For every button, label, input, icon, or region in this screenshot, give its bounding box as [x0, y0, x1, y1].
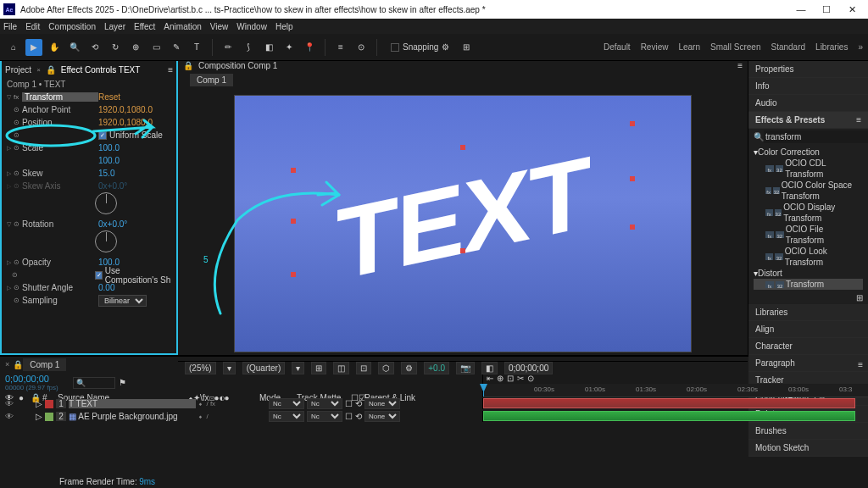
workspace-review[interactable]: Review	[641, 42, 669, 52]
close-button[interactable]: ✕	[839, 4, 865, 15]
orbit-tool[interactable]: ⟲	[86, 39, 103, 56]
snapping-toggle[interactable]: Snapping ⚙	[391, 42, 449, 52]
brush-tool[interactable]: ✏	[220, 39, 236, 56]
channel-icon[interactable]: ⬡	[378, 362, 394, 374]
layer-row[interactable]: 👁 ▷ 2 ▦ AE Purple Background.jpg ⬥ / Nc …	[0, 410, 868, 423]
motionsketch-panel-tab[interactable]: Motion Sketch	[748, 440, 868, 457]
rotation-dial[interactable]	[95, 230, 117, 252]
brushes-panel-tab[interactable]: Brushes	[748, 423, 868, 440]
puppet-tool[interactable]: 📍	[301, 39, 318, 56]
type-tool[interactable]: T	[188, 39, 205, 56]
project-tab[interactable]: Project	[5, 65, 31, 75]
anchor-point-value[interactable]: 1920.0,1080.0	[98, 105, 153, 114]
tree-category[interactable]: ▾Distort	[754, 268, 863, 279]
guides-icon[interactable]: ⊡	[356, 362, 371, 374]
track-matte-select[interactable]: Nc	[307, 398, 342, 409]
tl-icon[interactable]: ⊕	[497, 374, 504, 382]
libraries-panel-tab[interactable]: Libraries	[748, 304, 868, 321]
tree-item[interactable]: fx32OCIO Look Transform	[754, 246, 863, 268]
menu-composition[interactable]: Composition	[48, 22, 96, 31]
timeline-search-input[interactable]	[73, 377, 115, 389]
handle-icon[interactable]	[460, 145, 465, 150]
menu-file[interactable]: File	[3, 22, 17, 31]
effects-presets-header[interactable]: Effects & Presets≡	[748, 112, 868, 129]
clone-tool[interactable]: ⟆	[240, 39, 257, 56]
align-icon[interactable]: ≡	[332, 39, 349, 56]
handle-icon[interactable]	[291, 168, 296, 173]
workspace-more[interactable]: »	[858, 42, 863, 52]
zoom-tool[interactable]: 🔍	[66, 39, 83, 56]
comp-panel-tab[interactable]: Composition Comp 1	[198, 61, 277, 70]
tree-item[interactable]: fx32OCIO Display Transform	[754, 202, 863, 224]
tree-item[interactable]: fx32OCIO File Transform	[754, 224, 863, 246]
handle-icon[interactable]	[630, 225, 635, 230]
parent-select[interactable]: None	[364, 398, 400, 409]
composition-viewer[interactable]: TEXT	[234, 95, 692, 352]
rect-tool[interactable]: ▭	[147, 39, 164, 56]
project-tab-close-icon[interactable]: ×	[36, 66, 41, 74]
roto-tool[interactable]: ✦	[281, 39, 298, 56]
workspace-learn[interactable]: Learn	[678, 42, 700, 52]
mask-icon[interactable]: ◫	[333, 362, 349, 374]
parent-select[interactable]: None	[364, 411, 400, 422]
menu-window[interactable]: Window	[236, 22, 267, 31]
blend-mode-select[interactable]: Nc	[269, 411, 304, 422]
sampling-select[interactable]: Bilinear	[98, 295, 147, 307]
lock-icon[interactable]: 🔒	[46, 65, 56, 75]
home-icon[interactable]: ⌂	[5, 39, 22, 56]
scale-value[interactable]: 100.0	[98, 143, 120, 152]
shutter-angle-value[interactable]: 0.00	[98, 283, 114, 292]
zoom-select[interactable]: (25%)	[185, 362, 216, 374]
effect-name[interactable]: Transform	[22, 92, 98, 102]
tl-icon[interactable]: ⇤	[487, 374, 493, 382]
tl-icon[interactable]: ✂	[517, 374, 524, 382]
menu-layer[interactable]: Layer	[104, 22, 125, 31]
align-panel-tab[interactable]: Align	[748, 321, 868, 338]
snapshot-icon[interactable]: 📷	[456, 362, 475, 374]
skew-axis-dial[interactable]	[95, 192, 117, 214]
skew-value[interactable]: 15.0	[98, 169, 114, 178]
menu-view[interactable]: View	[210, 22, 229, 31]
selection-tool[interactable]: ▶	[25, 39, 42, 56]
track-matte-select[interactable]: Nc	[307, 411, 342, 422]
anchor-icon[interactable]: ⊙	[353, 39, 370, 56]
tl-icon[interactable]: ⊙	[527, 374, 534, 382]
tree-item[interactable]: fx32OCIO CDL Transform	[754, 158, 863, 180]
workspace-libraries[interactable]: Libraries	[815, 42, 848, 52]
tree-item-transform[interactable]: fx32Transform	[754, 279, 863, 290]
timeline-timecode[interactable]: 0;00;00;00	[5, 374, 63, 384]
uniform-scale-checkbox[interactable]: ✓	[98, 131, 107, 140]
playhead[interactable]	[483, 384, 484, 396]
lock-icon[interactable]: 🔒	[13, 360, 23, 369]
lock-icon[interactable]: 🔒	[183, 61, 193, 70]
info-panel-tab[interactable]: Info	[748, 78, 868, 95]
layer-color-swatch[interactable]	[45, 413, 53, 421]
reset-link[interactable]: Reset	[98, 92, 120, 102]
handle-icon[interactable]	[630, 176, 635, 181]
rotate-tool[interactable]: ↻	[107, 39, 124, 56]
use-comp-shutter-checkbox[interactable]: ✓	[95, 271, 102, 280]
layer-color-swatch[interactable]	[45, 400, 53, 408]
layer-name[interactable]: ▦ AE Purple Background.jpg	[69, 412, 196, 421]
layer-bar[interactable]	[483, 398, 855, 408]
workspace-default[interactable]: Default	[604, 42, 631, 52]
minimize-button[interactable]: —	[788, 4, 814, 14]
new-bin-icon[interactable]: ⊞	[856, 293, 863, 302]
layer-bar[interactable]	[483, 411, 855, 421]
character-panel-tab[interactable]: Character	[748, 338, 868, 355]
grid-icon[interactable]: ⊞	[311, 362, 326, 374]
properties-panel-tab[interactable]: Properties	[748, 61, 868, 78]
timeline-tab-close-icon[interactable]: ×	[5, 360, 9, 369]
visibility-icon[interactable]: 👁	[5, 399, 14, 408]
menu-edit[interactable]: Edit	[25, 22, 40, 31]
handle-icon[interactable]	[630, 121, 635, 126]
resolution-select[interactable]: (Quarter)	[242, 362, 286, 374]
tl-icon[interactable]: ⊡	[507, 374, 514, 382]
menu-help[interactable]: Help	[275, 22, 293, 31]
effects-search-input[interactable]	[764, 130, 868, 143]
pan-behind-tool[interactable]: ⊕	[127, 39, 144, 56]
layer-name[interactable]: T TEXT	[69, 399, 196, 408]
handle-icon[interactable]	[460, 248, 465, 253]
position-value[interactable]: 1920.0,1080.0	[98, 118, 153, 127]
comp-tab[interactable]: Comp 1	[190, 74, 233, 86]
